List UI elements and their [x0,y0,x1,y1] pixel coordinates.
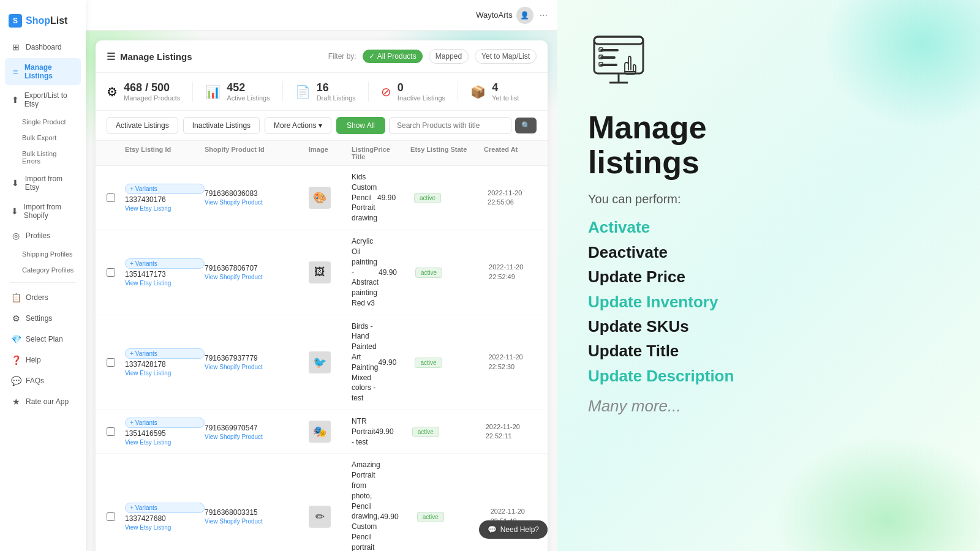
etsy-listing-id-cell: + Variants 1351416595 View Etsy Listing [125,418,205,446]
sidebar-item-orders[interactable]: 📋 Orders [5,288,81,307]
inactivate-listings-button[interactable]: Inactivate Listings [183,117,260,134]
etsy-listing-id-cell: + Variants 1351417173 View Etsy Listing [125,258,205,287]
plus-icon: + [130,186,134,192]
import-shopify-icon: ⬇ [11,206,19,216]
variants-badge[interactable]: + Variants [125,348,205,359]
row-checkbox[interactable] [107,512,125,521]
sidebar-item-settings[interactable]: ⚙ Settings [5,309,81,328]
sidebar-item-help[interactable]: ❓ Help [5,350,81,370]
view-shopify-link[interactable]: View Shopify Product [205,364,309,370]
table-row: + Variants 1351416595 View Etsy Listing … [96,410,548,454]
sidebar-item-manage-listings[interactable]: ≡ Manage Listings [5,58,81,85]
stat-icon-draft: 📄 [295,84,311,99]
profiles-icon: ◎ [11,231,21,241]
filter-mapped[interactable]: Mapped [429,49,469,64]
view-etsy-link[interactable]: View Etsy Listing [125,439,205,446]
user-info: WaytoArts 👤 [476,7,533,24]
stat-value-yet: 4 [492,81,519,94]
view-shopify-link[interactable]: View Shopify Product [205,199,309,206]
sidebar-item-faqs[interactable]: 💬 FAQs [5,371,81,391]
sidebar-item-select-plan[interactable]: 💎 Select Plan [5,329,81,349]
filter-all-products[interactable]: ✓ All Products [363,50,423,63]
logo-text: ShopList [26,15,67,26]
sidebar-item-rate-app[interactable]: ★ Rate our App [5,392,81,411]
row-checkbox[interactable] [107,427,125,436]
view-etsy-link[interactable]: View Etsy Listing [125,280,205,287]
more-actions-button[interactable]: More Actions ▾ [265,117,331,134]
main-content: WaytoArts 👤 ··· ☰ Manage Listings Filter… [86,0,557,551]
sidebar-item-shipping-profiles[interactable]: Shipping Profiles [5,247,81,261]
table-row: + Variants 1337427680 View Etsy Listing … [96,454,548,551]
stat-value-inactive: 0 [398,81,445,94]
row-checkbox[interactable] [107,268,125,277]
row-checkbox[interactable] [107,193,125,202]
shopify-id-cell: 7916368003315 View Shopify Product [205,508,309,525]
listing-title: Acrylic Oil painting - Abstract painting… [352,236,379,309]
sidebar-label-plan: Select Plan [26,335,63,343]
row-checkbox[interactable] [107,358,125,367]
stat-label-draft: Draft Listings [317,94,356,102]
orders-icon: 📋 [11,293,21,302]
filter-bar: Filter by: ✓ All Products Mapped Yet to … [328,49,537,64]
content-area: ☰ Manage Listings Filter by: ✓ All Produ… [86,31,557,551]
variants-badge[interactable]: + Variants [125,184,205,194]
sidebar-nav: ⊞ Dashboard ≡ Manage Listings ⬆ Export/L… [0,37,86,542]
sidebar-item-bulk-listing-errors[interactable]: Bulk Listing Errors [5,146,81,168]
faqs-icon: 💬 [11,376,21,386]
feature-update-title: Update Title [588,340,949,362]
search-button[interactable]: 🔍 [515,118,537,133]
logo[interactable]: S ShopList [0,9,86,37]
view-shopify-link[interactable]: View Shopify Product [205,433,309,440]
sidebar-label-profiles: Profiles [26,231,50,240]
stat-value-managed: 468 / 500 [124,81,180,94]
plus-icon: + [130,419,134,426]
listing-title: Birds - Hand Painted Art Painting Mixed … [352,321,378,403]
filter-label: Filter by: [328,52,356,61]
sidebar-item-single-product[interactable]: Single Product [5,114,81,129]
feature-update-inventory: Update Inventory [588,291,949,313]
view-shopify-link[interactable]: View Shopify Product [205,518,309,525]
plan-icon: 💎 [11,334,21,344]
view-etsy-link[interactable]: View Etsy Listing [125,524,205,531]
product-image: ✏ [309,506,331,528]
manage-header: ☰ Manage Listings Filter by: ✓ All Produ… [96,40,548,73]
col-shopify-id: Shopify Product Id [205,146,309,160]
variants-badge[interactable]: + Variants [125,258,205,269]
price-cell: 49.90 [380,512,417,521]
col-created: Created At [484,146,548,160]
view-etsy-link[interactable]: View Etsy Listing [125,370,205,377]
shopify-id-cell: 7916367806707 View Shopify Product [205,264,309,280]
variants-badge[interactable]: + Variants [125,418,205,428]
top-bar-menu[interactable]: ··· [540,10,548,21]
col-image: Image [309,146,352,160]
feature-update-price: Update Price [588,266,949,288]
sidebar-item-bulk-export[interactable]: Bulk Export [5,130,81,145]
search-input[interactable] [389,117,511,134]
table-row: + Variants 1337428178 View Etsy Listing … [96,315,548,410]
date-cell: 2022-11-20 22:52:11 [486,422,548,441]
sidebar-item-import-etsy[interactable]: ⬇ Import from Etsy [5,170,81,197]
table-row: + Variants 1351417173 View Etsy Listing … [96,230,548,315]
view-etsy-link[interactable]: View Etsy Listing [125,205,205,212]
variants-badge[interactable]: + Variants [125,503,205,513]
filter-yet-to-map[interactable]: Yet to Map/List [475,49,537,64]
logo-icon: S [9,14,22,28]
etsy-listing-id-cell: + Variants 1337427680 View Etsy Listing [125,503,205,531]
sidebar-item-category-profiles[interactable]: Category Profiles [5,263,81,277]
price-cell: 49.90 [378,358,415,367]
sidebar-label-dashboard: Dashboard [26,43,62,51]
shopify-id-cell: 7916367937779 View Shopify Product [205,354,309,370]
filter-check-icon: ✓ [369,52,375,61]
activate-listings-button[interactable]: Activate Listings [107,117,178,134]
need-help-button[interactable]: 💬 Need Help? [479,520,548,539]
sidebar-item-export[interactable]: ⬆ Export/List to Etsy [5,86,81,113]
table-row: + Variants 1337430176 View Etsy Listing … [96,166,548,230]
sidebar-item-dashboard[interactable]: ⊞ Dashboard [5,37,81,57]
sidebar-item-profiles[interactable]: ◎ Profiles [5,226,81,246]
sidebar-label-settings: Settings [26,314,52,323]
col-price: Price [374,146,410,160]
plus-icon: + [130,350,134,357]
show-all-button[interactable]: Show All [336,117,385,134]
sidebar-item-import-shopify[interactable]: ⬇ Import from Shopify [5,198,81,225]
view-shopify-link[interactable]: View Shopify Product [205,274,309,280]
